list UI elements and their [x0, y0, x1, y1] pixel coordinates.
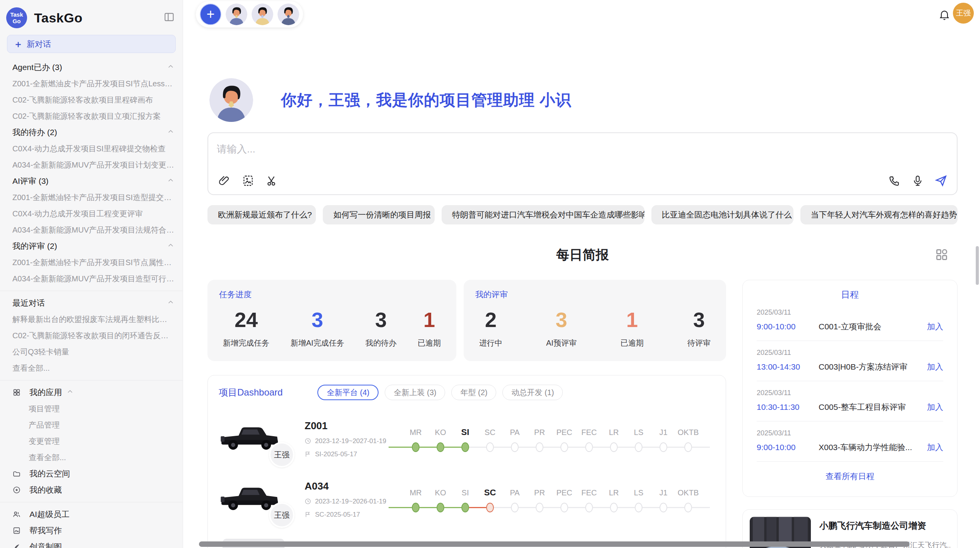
event-date: 2025/03/11 — [757, 349, 943, 357]
milestone-dot — [511, 503, 519, 512]
chat-input[interactable] — [217, 143, 797, 155]
timeline-segment — [543, 507, 552, 508]
new-chat-button[interactable]: ＋ 新对话 — [7, 35, 176, 53]
event-time: 9:00-10:00 — [757, 322, 819, 331]
collapse-sidebar-icon[interactable] — [163, 11, 175, 24]
attachment-icon[interactable] — [216, 173, 232, 189]
sidebar-recent-item[interactable]: 公司Q3轻卡销量 — [0, 344, 183, 360]
join-link[interactable]: 加入 — [927, 442, 943, 453]
suggestion-chip[interactable]: 欧洲新规最近颁布了什么? — [207, 205, 316, 224]
sidebar-task-item[interactable]: A034-全新新能源MUV产品开发项目计划变更表编写 — [0, 157, 183, 173]
milestone-label: PA — [502, 426, 527, 438]
milestone-dot-track — [552, 441, 577, 454]
event-time: 13:00-14:30 — [757, 362, 819, 372]
sidebar-section-header[interactable]: AI评审 (3) — [0, 173, 183, 189]
my-apps-label: 我的应用 — [29, 387, 62, 398]
send-icon[interactable] — [933, 173, 949, 189]
sidebar-app-sub-item[interactable]: 项目管理 — [0, 401, 183, 417]
user-avatar[interactable]: 王强 — [953, 3, 974, 24]
sidebar-task-item[interactable]: C0X4-动力总成开发项目SI里程碑提交物检查 — [0, 140, 183, 157]
sidebar-recent-item[interactable]: C02-飞腾新能源轻客改款项目的闭环通告反馈情况 — [0, 327, 183, 344]
member-avatar-2[interactable] — [252, 3, 273, 25]
timeline-segment — [453, 447, 461, 448]
notification-bell-icon[interactable] — [938, 9, 951, 22]
sidebar-item-my-apps[interactable]: 我的应用 — [0, 384, 183, 401]
sidebar-section-header[interactable]: 我的待办 (2) — [0, 124, 183, 140]
add-member-button[interactable]: + — [200, 3, 221, 25]
dashboard-tabs: 全新平台 (4)全新上装 (3)年型 (2)动总开发 (1) — [317, 385, 563, 400]
view-all-schedule-link[interactable]: 查看所有日程 — [757, 462, 943, 491]
schedule-event: 2025/03/11 9:00-10:00 C001-立项审批会 加入 — [757, 301, 943, 341]
suggestion-chip[interactable]: 当下年轻人对汽车外观有怎样的喜好趋势 — [800, 205, 958, 224]
vertical-scrollbar[interactable] — [976, 246, 979, 285]
sidebar-item-cloud-space[interactable]: 我的云空间 — [0, 466, 183, 482]
flag-label: SI-2025-05-17 — [315, 450, 357, 458]
phone-call-icon[interactable] — [886, 173, 903, 189]
chevron-up-icon[interactable] — [67, 388, 74, 397]
sidebar-task-item[interactable]: A034-全新新能源MUV产品开发项目法规符合性评审 — [0, 222, 183, 238]
sidebar-task-item[interactable]: C02-飞腾新能源轻客改款项目里程碑画布 — [0, 92, 183, 108]
favorites-badge-icon — [12, 486, 22, 494]
project-row[interactable]: 王强Z001 2023-12-19~2027-01-19 SI-2025-05-… — [219, 417, 715, 461]
timeline-segment — [568, 447, 577, 448]
scissors-icon[interactable] — [264, 173, 280, 189]
sidebar-task-item[interactable]: Z001-全新燃油轻卡产品开发项目SI节点属性5D文件评审 — [0, 254, 183, 271]
timeline-segment — [642, 447, 651, 448]
dashboard-tab[interactable]: 动总开发 (1) — [502, 385, 563, 400]
milestone-label: SC — [478, 426, 502, 438]
milestone-dot-track — [502, 501, 527, 514]
stat-label: 新增完成任务 — [223, 338, 269, 348]
stat-value: 1 — [620, 308, 644, 332]
image-upload-icon[interactable] — [240, 173, 256, 189]
project-row[interactable]: 王强A034 2023-12-19~2026-01-19 SC-2025-05-… — [219, 478, 715, 521]
sidebar-item-creative-drawing[interactable]: 创意制图 — [0, 539, 183, 548]
suggestion-chip[interactable]: 如何写一份清晰的项目周报 — [323, 205, 435, 224]
sidebar-item-ai-super-staff[interactable]: AI超级员工 — [0, 506, 183, 522]
sidebar-recent-item[interactable]: 解释最新出台的欧盟报废车法规再生塑料比例被调至15%... — [0, 311, 183, 327]
stat: 3 新增AI完成任务 — [291, 308, 344, 348]
dashboard-tab[interactable]: 年型 (2) — [451, 385, 496, 400]
chevron-up-icon[interactable] — [167, 241, 174, 251]
member-avatar-3[interactable] — [278, 3, 299, 25]
sidebar-task-item[interactable]: Z001-全新燃油轻卡产品开发项目SI造型提交物评审 — [0, 189, 183, 206]
microphone-icon[interactable] — [910, 173, 926, 189]
apps-grid-icon — [12, 388, 22, 397]
dashboard-header: 项目Dashboard 全新平台 (4)全新上装 (3)年型 (2)动总开发 (… — [219, 385, 715, 400]
timeline-segment — [676, 447, 684, 448]
stat-label: AI预评审 — [546, 338, 577, 348]
event-row: 9:00-10:00 C001-立项审批会 加入 — [757, 321, 943, 341]
sidebar-task-item[interactable]: Z001-全新燃油皮卡产品开发项目SI节点Lesson Learn报告 — [0, 75, 183, 92]
sidebar-recent-item[interactable]: 查看全部... — [0, 360, 183, 376]
sidebar-section-header[interactable]: Agent已办 (3) — [0, 59, 183, 75]
sidebar-app-sub-item[interactable]: 产品管理 — [0, 417, 183, 433]
sidebar-item-favorites[interactable]: 我的收藏 — [0, 482, 183, 498]
sidebar-task-item[interactable]: C02-飞腾新能源轻客改款项目立项汇报方案 — [0, 108, 183, 124]
stat: 3 待评审 — [687, 308, 711, 348]
chevron-up-icon[interactable] — [167, 176, 174, 186]
join-link[interactable]: 加入 — [927, 361, 943, 372]
layout-grid-icon[interactable] — [934, 247, 949, 264]
suggestion-chip[interactable]: 比亚迪全固态电池计划具体说了什么 — [651, 205, 793, 224]
dashboard-tab[interactable]: 全新上装 (3) — [385, 385, 445, 400]
join-link[interactable]: 加入 — [927, 321, 943, 332]
sidebar-item-help-write[interactable]: 帮我写作 — [0, 522, 183, 539]
member-avatar-1[interactable] — [226, 3, 247, 25]
milestone-dot-track — [552, 501, 577, 514]
sidebar-app-sub-item[interactable]: 查看全部... — [0, 449, 183, 466]
milestone-dot — [511, 442, 519, 452]
chevron-up-icon[interactable] — [167, 298, 174, 308]
sidebar-recent-header[interactable]: 最近对话 — [0, 295, 183, 311]
join-link[interactable]: 加入 — [927, 402, 943, 413]
sidebar-section-header[interactable]: 我的评审 (2) — [0, 238, 183, 254]
dashboard-tab[interactable]: 全新平台 (4) — [317, 385, 379, 400]
milestone-dot-track — [601, 501, 626, 514]
suggestion-chip[interactable]: 特朗普可能对进口汽车增税会对中国车企造成哪些影响 — [442, 205, 644, 224]
sidebar-app-sub-item[interactable]: 变更管理 — [0, 433, 183, 449]
sidebar-task-item[interactable]: A034-全新新能源MUV产品开发项目造型可行性评审 — [0, 271, 183, 287]
chevron-up-icon[interactable] — [167, 128, 174, 137]
milestone-label: OKTB — [676, 486, 701, 499]
horizontal-scrollbar[interactable] — [199, 541, 910, 547]
chevron-up-icon[interactable] — [167, 63, 174, 72]
event-time: 10:30-11:30 — [757, 402, 819, 412]
sidebar-task-item[interactable]: C0X4-动力总成开发项目工程变更评审 — [0, 206, 183, 222]
